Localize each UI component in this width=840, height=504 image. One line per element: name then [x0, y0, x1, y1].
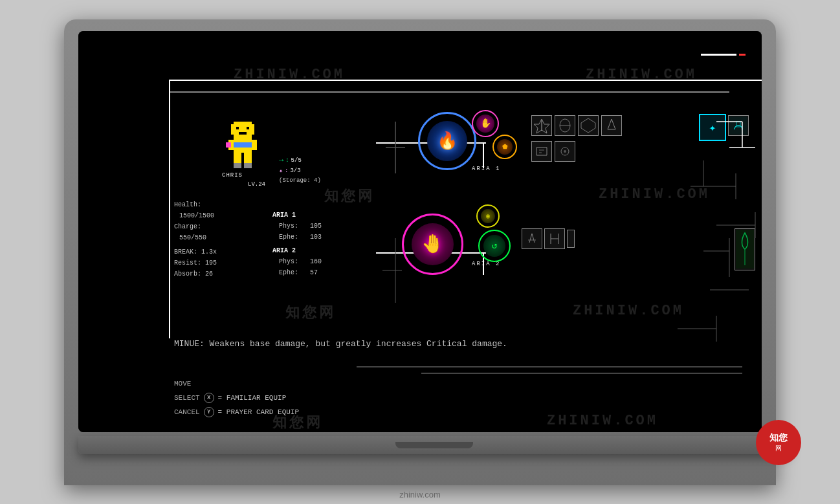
laptop-bottom-bar: [78, 436, 790, 454]
move-control: MOVE: [174, 377, 299, 391]
controls-area: MOVE SELECT X = FAMILIAR EQUIP CANCEL Y: [174, 377, 299, 419]
svg-rect-7: [231, 142, 254, 148]
health-label: Health:: [174, 199, 214, 210]
orange-skill-circle[interactable]: ⬟: [492, 135, 517, 159]
select-control: SELECT X = FAMILIAR EQUIP: [174, 391, 299, 405]
white-bar: [701, 54, 736, 56]
storage-text: (Storage: 4): [279, 177, 321, 184]
svg-rect-14: [244, 163, 252, 168]
bottom-divider-2: [421, 373, 742, 374]
green-skill-circle[interactable]: ↺: [478, 230, 511, 262]
pink-sm-skill-circle[interactable]: ✋: [472, 110, 499, 137]
aria2-ephe: Ephe: 57: [272, 267, 322, 278]
svg-rect-4: [247, 127, 249, 129]
absorb-row: Absorb: 26: [174, 268, 217, 279]
charge-val: 550/550: [174, 232, 214, 243]
aria1-title: ARIA 1: [272, 210, 322, 221]
resist-row: Resist: 195: [174, 257, 217, 268]
cancel-control: CANCEL Y = PRAYER CARD EQUIP: [174, 405, 299, 419]
logo-badge: 知您 网: [756, 420, 801, 465]
select-key-badge: X: [204, 393, 214, 403]
website-label: zhiniw.com: [399, 490, 441, 499]
conn-line-2: [483, 142, 484, 168]
yellow-skill-circle[interactable]: ◉: [476, 204, 500, 228]
char-name: CHRIS: [222, 172, 243, 179]
svg-rect-1: [231, 124, 234, 135]
aria1-phys: Phys: 105: [272, 221, 322, 232]
pink-lg-skill-circle[interactable]: 🤚: [402, 214, 463, 275]
game-screen: ZHINIW.COM ZHINIW.COM 知您网 ZHINIW.COM 知您网…: [78, 31, 762, 432]
svg-rect-9: [252, 140, 257, 150]
aria1-map-label: ARIA 1: [472, 166, 500, 172]
aria-stats-panel: ARIA 1 Phys: 105 Ephe: 103 ARIA 2 Phys: …: [272, 210, 322, 278]
blue-skill-circle[interactable]: 🔥: [418, 112, 476, 170]
watermark-8: ZHINIW.COM: [547, 413, 658, 429]
svg-rect-13: [234, 163, 241, 168]
prayers-indicator: ✦ : 3/3: [279, 167, 301, 175]
bottom-divider-1: [357, 366, 742, 367]
description-area: MINUE: Weakens base damage, but greatly …: [174, 338, 742, 351]
svg-rect-2: [252, 124, 254, 135]
svg-rect-5: [239, 132, 247, 135]
break-row: BREAK: 1.3x: [174, 247, 217, 257]
left-vline: [169, 80, 170, 338]
char-level: LV.24: [248, 181, 265, 188]
laptop-body: ZHINIW.COM ZHINIW.COM 知您网 ZHINIW.COM 知您网…: [64, 19, 776, 485]
svg-rect-10: [226, 142, 231, 148]
character-sprite: [226, 122, 260, 171]
charge-label: Charge:: [174, 221, 214, 232]
top-right-bar: [701, 54, 746, 56]
health-section: Health: 1500/1500 Charge: 550/550: [174, 199, 214, 243]
red-indicator: [739, 54, 746, 56]
laptop-notch: [395, 442, 473, 448]
health-val: 1500/1500: [174, 210, 214, 221]
top-hline: [169, 80, 762, 81]
aria2-title: ARIA 2: [272, 245, 322, 256]
break-section: BREAK: 1.3x Resist: 195 Absorb: 26: [174, 247, 217, 279]
svg-rect-3: [236, 127, 239, 129]
watermark-3: 知您网: [324, 186, 375, 206]
aria1-ephe: Ephe: 103: [272, 232, 322, 243]
screen-bezel: ZHINIW.COM ZHINIW.COM 知您网 ZHINIW.COM 知您网…: [78, 31, 762, 432]
cancel-key-badge: Y: [204, 407, 214, 417]
slots-indicator: → : 5/5: [279, 156, 302, 165]
top-hline2: [169, 91, 729, 93]
watermark-5: 知您网: [285, 303, 336, 322]
aria2-phys: Phys: 160: [272, 256, 322, 267]
